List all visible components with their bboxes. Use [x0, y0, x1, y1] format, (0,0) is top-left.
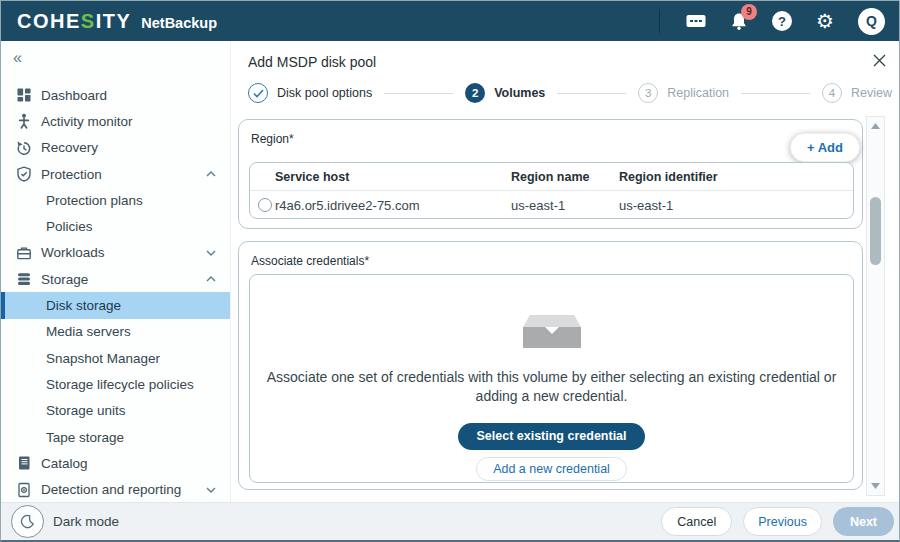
cancel-button[interactable]: Cancel — [661, 507, 732, 536]
sidebar-item-policies[interactable]: Policies — [1, 213, 230, 239]
add-region-button[interactable]: + Add — [790, 133, 860, 162]
sidebar-item-storage[interactable]: Storage — [1, 266, 230, 292]
select-existing-credential-button[interactable]: Select existing credential — [458, 423, 644, 450]
column-region-name: Region name — [511, 170, 619, 184]
logo-accent-s: S — [81, 10, 96, 33]
wizard-stepper: Disk pool options 2 Volumes 3 Replicatio… — [248, 81, 892, 105]
chevron-up-icon — [206, 171, 216, 177]
next-button[interactable]: Next — [833, 507, 894, 536]
close-icon[interactable] — [873, 54, 886, 70]
collapse-sidebar-icon[interactable]: « — [13, 49, 22, 67]
step-number: 2 — [465, 83, 485, 103]
logo-text: COHE — [17, 10, 81, 33]
footer-bar: Dark mode Cancel Previous Next — [1, 502, 899, 540]
sidebar-item-disk-storage[interactable]: Disk storage — [1, 292, 230, 318]
logo-text-2: ITY — [96, 10, 132, 33]
notifications-bell-icon[interactable]: 9 — [730, 12, 748, 31]
chevron-up-icon — [206, 276, 216, 282]
associate-credentials-label: Associate credentials* — [251, 254, 369, 268]
notification-badge: 9 — [741, 4, 757, 20]
sidebar-item-storage-units[interactable]: Storage units — [1, 398, 230, 424]
sidebar-item-protection[interactable]: Protection — [1, 161, 230, 187]
step-connector — [741, 93, 810, 94]
storage-disks-icon — [16, 271, 32, 287]
product-name: NetBackup — [141, 15, 217, 31]
empty-tray-icon — [523, 315, 581, 353]
dashboard-icon — [16, 87, 32, 103]
region-table: Service host Region name Region identifi… — [249, 162, 854, 219]
topbar: COHESITY NetBackup 9 ? ⚙ Q — [1, 1, 899, 41]
cohesity-netbackup-logo[interactable]: COHESITY NetBackup — [17, 10, 217, 33]
wizard-panel: Add MSDP disk pool Disk pool options 2 V… — [231, 41, 899, 502]
credentials-message: Associate one set of credentials with th… — [252, 368, 852, 406]
topbar-actions: 9 ? ⚙ Q — [659, 8, 885, 35]
sidebar-item-protection-plans[interactable]: Protection plans — [1, 187, 230, 213]
detection-report-icon — [16, 482, 32, 498]
license-ticket-icon[interactable] — [686, 14, 706, 28]
sidebar-item-recovery[interactable]: Recovery — [1, 135, 230, 161]
step-review[interactable]: 4 Review — [822, 83, 892, 103]
sidebar-item-workloads[interactable]: Workloads — [1, 240, 230, 266]
column-service-host: Service host — [250, 170, 511, 184]
column-region-identifier: Region identifier — [619, 170, 853, 184]
region-section: Region* + Add Service host Region name R… — [238, 119, 863, 229]
step-volumes[interactable]: 2 Volumes — [465, 83, 545, 103]
scroll-down-icon[interactable] — [867, 479, 884, 493]
wizard-footer-buttons: Cancel Previous Next — [661, 507, 894, 536]
scrollbar-thumb[interactable] — [870, 197, 881, 265]
add-new-credential-button[interactable]: Add a new credential — [476, 457, 627, 481]
activity-monitor-icon — [16, 113, 32, 129]
sidebar-item-activity-monitor[interactable]: Activity monitor — [1, 108, 230, 134]
cell-region-name: us-east-1 — [511, 198, 619, 213]
moon-icon — [11, 505, 44, 538]
credentials-empty-state: Associate one set of credentials with th… — [249, 274, 854, 483]
vertical-scrollbar[interactable] — [866, 116, 885, 496]
sidebar-item-storage-lifecycle-policies[interactable]: Storage lifecycle policies — [1, 371, 230, 397]
sidebar-item-dashboard[interactable]: Dashboard — [1, 82, 230, 108]
step-number: 3 — [638, 83, 658, 103]
previous-button[interactable]: Previous — [743, 507, 822, 536]
sidebar-item-media-servers[interactable]: Media servers — [1, 319, 230, 345]
dark-mode-label: Dark mode — [53, 514, 119, 529]
cell-region-identifier: us-east-1 — [619, 198, 853, 213]
step-disk-pool-options[interactable]: Disk pool options — [248, 83, 372, 103]
sidebar-item-tape-storage[interactable]: Tape storage — [1, 424, 230, 450]
help-icon[interactable]: ? — [772, 11, 792, 31]
cell-service-host: r4a6.or5.idrivee2-75.com — [250, 198, 511, 213]
region-table-header: Service host Region name Region identifi… — [250, 163, 853, 191]
region-label: Region* — [251, 132, 294, 146]
step-connector — [384, 93, 453, 94]
step-complete-check-icon — [248, 83, 268, 103]
app-window: COHESITY NetBackup 9 ? ⚙ Q « — [0, 0, 900, 542]
scroll-up-icon[interactable] — [867, 119, 884, 133]
associate-credentials-section: Associate credentials* Associate one set… — [238, 241, 863, 490]
workloads-briefcase-icon — [16, 245, 32, 261]
catalog-book-icon — [16, 455, 32, 471]
wizard-title: Add MSDP disk pool — [248, 54, 376, 70]
sidebar-item-snapshot-manager[interactable]: Snapshot Manager — [1, 345, 230, 371]
sidebar-item-detection-and-reporting[interactable]: Detection and reporting — [1, 476, 230, 502]
sidebar: « Dashboard Activity monitor Recovery Pr… — [1, 41, 231, 502]
sidebar-nav: Dashboard Activity monitor Recovery Prot… — [1, 82, 230, 503]
user-avatar[interactable]: Q — [858, 8, 885, 35]
topbar-divider — [659, 9, 660, 33]
protection-shield-icon — [16, 166, 32, 182]
step-connector — [557, 93, 626, 94]
step-replication[interactable]: 3 Replication — [638, 83, 729, 103]
dark-mode-toggle[interactable]: Dark mode — [11, 505, 119, 538]
step-number: 4 — [822, 83, 842, 103]
recovery-icon — [16, 140, 32, 156]
table-row[interactable]: r4a6.or5.idrivee2-75.com us-east-1 us-ea… — [250, 191, 853, 219]
chevron-down-icon — [206, 487, 216, 493]
sidebar-item-catalog[interactable]: Catalog — [1, 450, 230, 476]
region-radio[interactable] — [258, 198, 272, 212]
settings-gear-icon[interactable]: ⚙ — [816, 11, 834, 31]
chevron-down-icon — [206, 250, 216, 256]
